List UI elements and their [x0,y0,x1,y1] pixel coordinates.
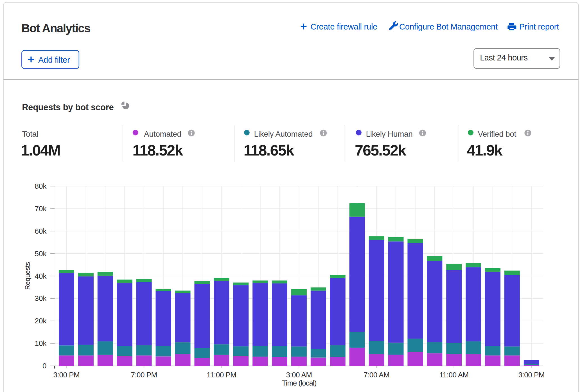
svg-text:60k: 60k [35,227,47,235]
svg-text:Requests by bot score: Requests by bot score [22,102,114,112]
svg-text:118.65k: 118.65k [243,142,294,159]
svg-text:Automated: Automated [144,130,181,138]
svg-text:80k: 80k [35,182,47,190]
svg-text:Likely Automated: Likely Automated [254,130,313,138]
svg-text:20k: 20k [35,317,47,325]
svg-text:Requests: Requests [24,262,31,290]
svg-text:30k: 30k [35,294,47,303]
svg-text:10k: 10k [35,339,47,348]
svg-text:Likely Human: Likely Human [366,130,413,138]
svg-text:3:00 PM: 3:00 PM [518,371,545,379]
svg-text:3:00 PM: 3:00 PM [53,371,80,379]
svg-text:Time (local): Time (local) [282,379,316,387]
svg-text:11:00 AM: 11:00 AM [439,371,469,379]
svg-text:11:00 PM: 11:00 PM [207,371,236,379]
svg-text:0: 0 [42,362,46,370]
svg-text:Bot Analytics: Bot Analytics [21,22,90,35]
svg-text:Verified bot: Verified bot [478,130,516,138]
svg-text:50k: 50k [35,249,47,258]
svg-text:118.52k: 118.52k [132,142,183,159]
svg-text:Total: Total [22,130,38,138]
svg-text:Create firewall rule: Create firewall rule [310,22,377,31]
svg-text:70k: 70k [35,204,47,213]
svg-text:7:00 PM: 7:00 PM [131,371,157,379]
svg-text:Configure Bot Management: Configure Bot Management [399,22,498,31]
svg-text:41.9k: 41.9k [467,142,503,159]
svg-text:Last 24 hours: Last 24 hours [480,53,527,62]
svg-text:Print report: Print report [519,22,559,31]
svg-text:1.04M: 1.04M [21,142,60,159]
svg-text:Add filter: Add filter [38,55,70,64]
svg-text:3:00 AM: 3:00 AM [286,371,312,379]
svg-text:7:00 AM: 7:00 AM [364,371,389,379]
svg-text:765.52k: 765.52k [355,142,407,159]
svg-text:40k: 40k [35,272,47,280]
